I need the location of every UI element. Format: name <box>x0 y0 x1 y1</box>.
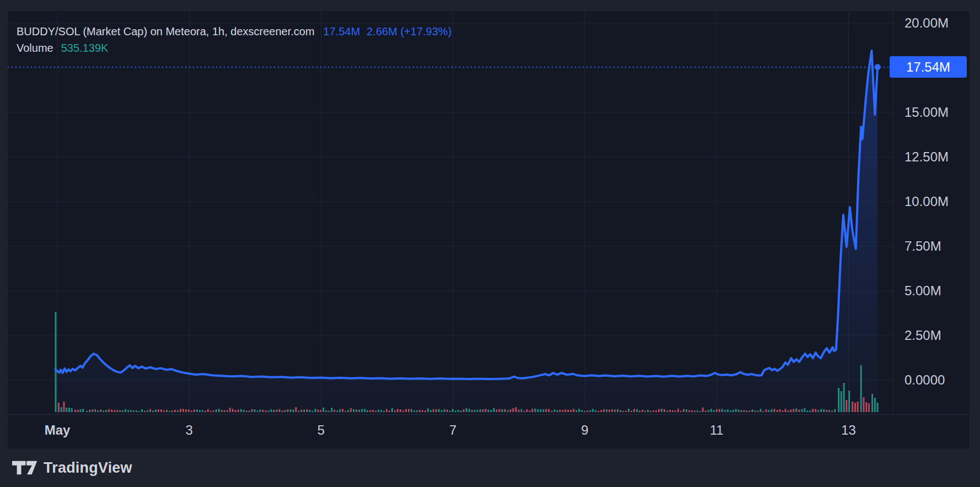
volume-bar <box>402 410 404 412</box>
volume-bar <box>378 410 379 413</box>
volume-bar <box>826 410 827 412</box>
volume-bar <box>397 409 399 412</box>
volume-bar <box>609 410 610 412</box>
volume-bar <box>537 409 539 412</box>
volume-bar <box>463 409 465 412</box>
volume-bar <box>482 409 484 412</box>
volume-bar <box>138 411 140 412</box>
volume-bar <box>510 409 511 412</box>
volume-bar <box>691 410 693 412</box>
volume-bar <box>553 409 555 412</box>
volume-bar <box>611 409 613 412</box>
volume-bar <box>103 410 104 412</box>
volume-bar <box>556 410 558 412</box>
volume-bar <box>865 402 867 412</box>
volume-bar <box>631 410 632 412</box>
volume-bar <box>276 409 278 412</box>
volume-bar <box>622 411 624 412</box>
volume-bar <box>666 410 668 412</box>
volume-bar <box>295 407 297 412</box>
price-chart-canvas[interactable] <box>8 11 893 414</box>
legend-price-value: 17.54M <box>324 25 360 37</box>
volume-bar <box>460 410 462 412</box>
volume-bar <box>661 409 663 412</box>
symbol-title: BUDDY/SOL (Market Cap) on Meteora, 1h, d… <box>17 25 315 37</box>
volume-bar <box>466 408 467 412</box>
volume-bar <box>771 409 772 412</box>
volume-bar <box>564 409 566 412</box>
volume-bar <box>235 410 236 412</box>
volume-bar <box>491 410 492 412</box>
volume-bar <box>633 409 635 412</box>
volume-bar <box>449 410 451 412</box>
volume-bar <box>268 410 270 412</box>
y-axis-label: 12.50M <box>904 149 949 165</box>
volume-bar <box>309 410 310 412</box>
volume-bar <box>776 410 778 412</box>
volume-label: Volume <box>17 42 53 54</box>
volume-bar <box>504 409 506 412</box>
volume-bar <box>284 410 286 412</box>
volume-value: 535.139K <box>61 42 109 54</box>
volume-bar <box>589 410 591 412</box>
volume-bar <box>735 409 737 412</box>
volume-bar <box>600 410 602 412</box>
volume-bar <box>636 409 638 412</box>
volume-bar <box>438 409 440 412</box>
volume-bar <box>831 411 833 412</box>
volume-bar <box>353 409 354 412</box>
y-axis-label: 0.0000 <box>904 372 945 388</box>
volume-bar <box>457 410 459 412</box>
volume-bar <box>394 410 396 412</box>
x-axis-label: 9 <box>581 423 588 438</box>
volume-bar <box>817 410 819 413</box>
volume-bar <box>496 409 498 412</box>
volume-bar <box>444 409 445 412</box>
volume-bar <box>738 409 740 412</box>
x-axis-label: 11 <box>710 423 724 438</box>
volume-bar <box>488 409 489 412</box>
volume-bar <box>471 410 473 412</box>
volume-bar <box>163 410 165 412</box>
volume-bar <box>386 409 387 412</box>
volume-bar <box>708 410 709 412</box>
volume-bar <box>480 409 481 412</box>
volume-bar <box>513 408 514 412</box>
volume-bar <box>180 409 181 412</box>
volume-bar <box>548 409 550 412</box>
volume-bar <box>199 410 201 412</box>
volume-bar <box>782 410 783 412</box>
volume-bar <box>727 409 729 412</box>
volume-bar <box>383 411 385 412</box>
volume-bar <box>405 409 407 412</box>
volume-bar <box>144 411 146 413</box>
volume-bar <box>570 410 572 412</box>
volume-bar <box>499 409 500 412</box>
volume-bar <box>240 409 242 412</box>
volume-bar <box>331 408 332 412</box>
volume-bar <box>857 402 859 412</box>
x-axis-label: 5 <box>317 423 325 438</box>
volume-bar <box>798 410 800 412</box>
y-axis-label: 2.50M <box>904 327 941 344</box>
tradingview-logo[interactable]: TradingView <box>12 457 132 478</box>
volume-bar <box>848 391 850 412</box>
volume-bar <box>595 410 596 412</box>
volume-bar <box>815 409 816 412</box>
volume-bar <box>724 410 726 412</box>
volume-bar <box>108 409 110 412</box>
volume-bar <box>317 409 319 412</box>
volume-bar <box>149 409 151 412</box>
time-axis[interactable]: May35791113 <box>8 414 969 448</box>
volume-bar <box>688 410 690 412</box>
volume-bar <box>669 410 671 412</box>
volume-bar <box>303 409 305 412</box>
chart-panel: 20.00M15.00M12.50M10.00M7.50M5.00M2.50M0… <box>8 11 969 448</box>
volume-bar <box>854 403 856 412</box>
volume-bar <box>116 410 118 412</box>
volume-bar <box>852 402 853 412</box>
volume-bar <box>680 411 682 412</box>
volume-bar <box>710 409 712 412</box>
volume-bar <box>369 410 371 413</box>
volume-bar <box>224 410 225 412</box>
